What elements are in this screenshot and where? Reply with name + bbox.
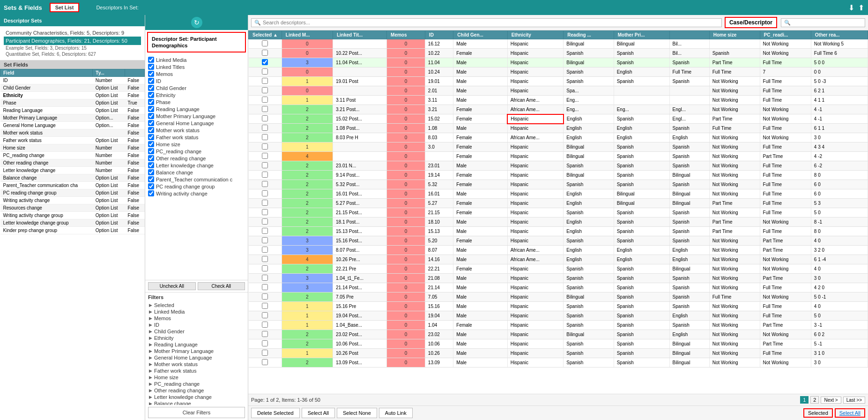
- field-table-row[interactable]: General Home Language Option... False: [0, 122, 145, 129]
- checkbox-input[interactable]: [148, 141, 154, 147]
- checkbox-input[interactable]: [148, 64, 154, 70]
- row-checkbox[interactable]: [249, 292, 282, 302]
- col-header-reading[interactable]: Reading ...: [564, 31, 614, 39]
- field-table-row[interactable]: Home size Number False: [0, 144, 145, 152]
- filter-item[interactable]: ▶Linked Media: [148, 308, 245, 315]
- page-num-2[interactable]: 2: [810, 396, 819, 404]
- table-row[interactable]: 4 0 Female Hispanic Bilingual Spanish Sp…: [249, 152, 868, 161]
- filter-item[interactable]: ▶General Home Language: [148, 354, 245, 361]
- checkbox-input[interactable]: [148, 71, 154, 77]
- row-checkbox[interactable]: [249, 236, 282, 246]
- checkbox-item[interactable]: ID: [147, 77, 246, 84]
- download-icon[interactable]: ⬇: [848, 3, 854, 12]
- row-checkbox[interactable]: [249, 77, 282, 86]
- row-checkbox[interactable]: [249, 330, 282, 339]
- row-checkbox[interactable]: [249, 321, 282, 330]
- row-checkbox[interactable]: [249, 114, 282, 124]
- row-checkbox[interactable]: [249, 68, 282, 77]
- table-row[interactable]: 2 16.01 Post... 0 16.01 Male Hispanic En…: [249, 189, 868, 199]
- upload-icon[interactable]: ⬆: [858, 3, 864, 12]
- col-header-child-gen[interactable]: Child Gen...: [453, 31, 507, 39]
- field-table-row[interactable]: Mother work status False: [0, 129, 145, 137]
- table-row[interactable]: 2 7.05 Pre 0 7.05 Male Hispanic Bilingua…: [249, 292, 868, 302]
- table-row[interactable]: 2 8.03 Pre H 0 8.03 Female African Ame..…: [249, 133, 868, 142]
- col-header-col10[interactable]: [669, 31, 709, 39]
- field-table-row[interactable]: Father work status Option List False: [0, 137, 145, 144]
- row-checkbox[interactable]: [249, 58, 282, 68]
- filter-item[interactable]: ▶Mother work status: [148, 361, 245, 368]
- filter-item[interactable]: ▶Reading Language: [148, 341, 245, 348]
- table-row[interactable]: 0 10.22 Post... 0 10.22 Female Hispanic …: [249, 49, 868, 58]
- auto-link-button[interactable]: Auto Link: [379, 408, 413, 418]
- col-header-memos[interactable]: Memos: [387, 31, 425, 39]
- row-checkbox[interactable]: [249, 218, 282, 227]
- search-input-right[interactable]: [791, 20, 862, 25]
- row-checkbox[interactable]: [249, 105, 282, 114]
- check-all-button[interactable]: Check All: [198, 282, 245, 290]
- col-header-home-size[interactable]: Home size: [709, 31, 760, 39]
- select-none-button[interactable]: Select None: [337, 408, 377, 418]
- filter-item[interactable]: ▶Child Gender: [148, 328, 245, 335]
- table-row[interactable]: 3 8.07 Post... 0 8.07 Male African Ame..…: [249, 246, 868, 255]
- field-table-row[interactable]: ID Number False: [0, 77, 145, 84]
- row-checkbox[interactable]: [249, 39, 282, 49]
- checkbox-item[interactable]: PC_reading change: [147, 148, 246, 155]
- table-row[interactable]: 1 0 3.0 Female Hispanic Bilingual Spanis…: [249, 142, 868, 152]
- row-checkbox[interactable]: [249, 339, 282, 349]
- col-header-linked-tit[interactable]: Linked Tit...: [333, 31, 386, 39]
- table-row[interactable]: 2 15.02 Post... 0 15.02 Female Hispanic …: [249, 114, 868, 124]
- checkbox-input[interactable]: [148, 134, 154, 140]
- checkbox-item[interactable]: Mother Primary Language: [147, 112, 246, 120]
- row-checkbox[interactable]: [249, 255, 282, 264]
- desc-item-example[interactable]: Example Set, Fields: 3, Descriptors: 15: [4, 45, 141, 51]
- row-checkbox[interactable]: [249, 274, 282, 283]
- row-checkbox[interactable]: [249, 124, 282, 133]
- table-row[interactable]: 2 15.13 Post... 0 15.13 Male Hispanic En…: [249, 227, 868, 236]
- row-checkbox[interactable]: [249, 180, 282, 189]
- table-row[interactable]: 2 3.21 Post... 0 3.21 Female African Ame…: [249, 105, 868, 114]
- checkbox-item[interactable]: PC reading change group: [147, 183, 246, 190]
- checkbox-item[interactable]: Balance change: [147, 169, 246, 176]
- search-input[interactable]: [263, 20, 719, 25]
- last-page-button[interactable]: Last >>: [843, 397, 865, 404]
- field-table-row[interactable]: Resources change Option List False: [0, 204, 145, 212]
- checkbox-input[interactable]: [148, 113, 154, 119]
- row-checkbox[interactable]: [249, 208, 282, 218]
- checkbox-input[interactable]: [148, 127, 154, 133]
- row-checkbox[interactable]: [249, 302, 282, 311]
- field-table-row[interactable]: Ethnicity Option List False: [0, 92, 145, 99]
- checkbox-input[interactable]: [148, 99, 154, 105]
- table-row[interactable]: 2 13.09 Post... 0 13.09 Male Hispanic Sp…: [249, 358, 868, 368]
- checkbox-input[interactable]: [148, 176, 154, 182]
- table-row[interactable]: 0 0 2.01 Male Hispanic Spa... Not Workin…: [249, 86, 868, 96]
- checkbox-input[interactable]: [148, 148, 154, 154]
- row-checkbox[interactable]: [249, 311, 282, 321]
- filter-item[interactable]: ▶PC_reading change: [148, 381, 245, 387]
- row-checkbox[interactable]: [249, 349, 282, 358]
- checkbox-item[interactable]: Linked Titles: [147, 63, 246, 70]
- checkbox-item[interactable]: General Home Language: [147, 120, 246, 127]
- select-all-link[interactable]: Select All: [839, 410, 861, 416]
- checkbox-item[interactable]: Reading Language: [147, 105, 246, 112]
- field-table-row[interactable]: Mother Primary Language Option... False: [0, 114, 145, 122]
- col-header-other-read[interactable]: Other rea...: [811, 31, 868, 39]
- search-box-right[interactable]: 🔍: [781, 18, 865, 27]
- row-checkbox[interactable]: [249, 49, 282, 58]
- filter-item[interactable]: ▶Balance change: [148, 400, 245, 405]
- table-row[interactable]: 3 21.14 Post... 0 21.14 Male Hispanic Sp…: [249, 283, 868, 292]
- col-header-id[interactable]: ID: [425, 31, 453, 39]
- checkbox-input[interactable]: [148, 78, 154, 84]
- table-row[interactable]: 1 19.01 Post 0 19.01 Male Hispanic Spani…: [249, 77, 868, 86]
- table-row[interactable]: 2 23.01 N... 0 23.01 Male Hispanic Spani…: [249, 161, 868, 171]
- table-row[interactable]: 2 1.08 Post... 0 1.08 Male Hispanic Engl…: [249, 124, 868, 133]
- field-table-row[interactable]: Child Gender Option List False: [0, 84, 145, 92]
- row-checkbox[interactable]: [249, 189, 282, 199]
- checkbox-item[interactable]: Parent_Teacher communication c: [147, 176, 246, 183]
- next-page-button[interactable]: Next >: [821, 397, 841, 404]
- filter-item[interactable]: ▶ID: [148, 322, 245, 328]
- filter-item[interactable]: ▶Memos: [148, 315, 245, 322]
- field-table-row[interactable]: PC reading change group Option List Fals…: [0, 189, 145, 197]
- refresh-button[interactable]: ↻: [191, 17, 202, 28]
- row-checkbox[interactable]: [249, 227, 282, 236]
- checkbox-item[interactable]: Memos: [147, 70, 246, 77]
